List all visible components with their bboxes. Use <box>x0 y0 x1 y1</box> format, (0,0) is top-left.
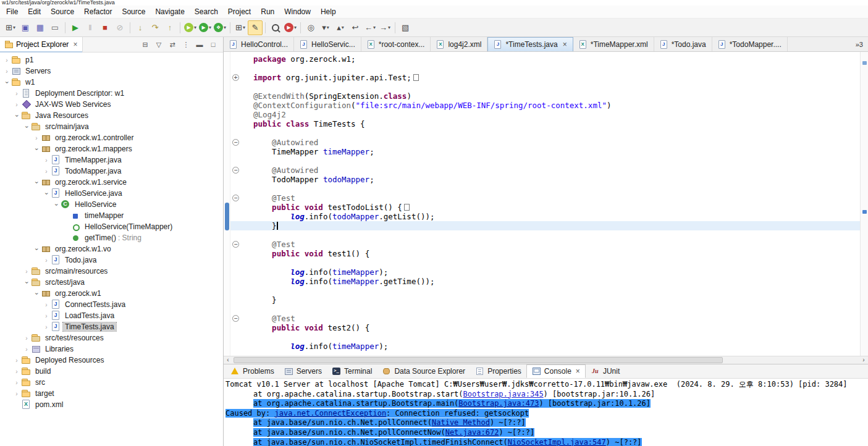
new-wizard-button[interactable]: ⊞▾ <box>3 20 18 35</box>
menu-search[interactable]: Search <box>190 6 223 17</box>
menu-edit[interactable]: Edit <box>23 6 46 17</box>
step-return-button[interactable]: ↑ <box>162 20 177 35</box>
editor-tab-timemapper-xml[interactable]: *TimeMapper.xml <box>573 37 654 51</box>
menu-source[interactable]: Source <box>117 6 150 17</box>
tree-item-libraries[interactable]: ›Libraries <box>0 343 223 355</box>
code-line[interactable]: − @Autowired <box>230 166 860 175</box>
menu-help[interactable]: Help <box>316 6 341 17</box>
code-line[interactable] <box>230 82 860 91</box>
collapse-icon[interactable]: − <box>230 314 241 323</box>
expander-icon[interactable]: › <box>14 111 20 120</box>
horizontal-scrollbar[interactable]: ‹ › <box>224 356 868 364</box>
code-line[interactable]: @ContextConfiguration("file:src/main/web… <box>230 101 860 110</box>
tree-item-jax-ws-web-services[interactable]: ›JAX-WS Web Services <box>0 99 223 110</box>
open-type-button[interactable]: ◎ <box>303 20 318 35</box>
menu-navigate[interactable]: Navigate <box>150 6 189 17</box>
editor-tab-hellocontrol[interactable]: HelloControl... <box>224 37 294 51</box>
code-line[interactable] <box>230 156 860 166</box>
code-line[interactable]: package org.zerock.w1; <box>230 54 860 64</box>
stacktrace-link[interactable]: Native Method <box>432 418 490 427</box>
tree-item-timemapper-java[interactable]: ›TimeMapper.java <box>0 154 223 166</box>
debug-suspend-button[interactable]: ‖ <box>83 20 98 35</box>
expander-icon[interactable]: › <box>33 289 40 298</box>
expander-icon[interactable]: › <box>32 135 41 141</box>
tree-item-gettime[interactable]: getTime() : String <box>0 232 223 243</box>
menu-refactor[interactable]: Refactor <box>79 6 117 17</box>
code-line[interactable] <box>230 230 860 240</box>
fold-minus-icon[interactable]: − <box>232 241 239 248</box>
tree-item-loadtests-java[interactable]: ›LoadTests.java <box>0 310 223 321</box>
code-line[interactable] <box>230 184 860 193</box>
tree-item-org-zerock-w1-mappers[interactable]: ›org.zerock.w1.mappers <box>0 143 223 154</box>
collapse-icon[interactable]: − <box>230 193 241 203</box>
tree-item-deployed-resources[interactable]: ›Deployed Resources <box>0 355 223 366</box>
code-line[interactable]: log.info(timeMapper); <box>230 267 860 277</box>
close-icon[interactable]: × <box>73 40 77 49</box>
expander-icon[interactable]: › <box>33 178 40 187</box>
close-icon[interactable]: × <box>563 40 567 49</box>
expander-icon[interactable]: › <box>22 335 31 342</box>
tree-item-w1[interactable]: ›w1 <box>0 77 223 88</box>
forward-button[interactable]: →▾ <box>377 20 392 35</box>
expander-icon[interactable]: › <box>12 390 21 397</box>
code-area[interactable]: package org.zerock.w1;+import org.junit.… <box>230 52 860 356</box>
expand-icon[interactable]: + <box>230 73 241 82</box>
expander-icon[interactable]: › <box>42 313 51 319</box>
fold-plus-icon[interactable]: + <box>232 74 239 81</box>
expander-icon[interactable]: › <box>42 324 51 330</box>
last-edit-location-button[interactable]: ↩ <box>348 20 363 35</box>
maximize-icon[interactable]: □ <box>208 41 218 49</box>
expander-icon[interactable]: › <box>33 145 40 153</box>
close-icon[interactable]: × <box>576 367 580 376</box>
filters-icon[interactable]: ▽ <box>154 41 164 49</box>
menu-project[interactable]: Project <box>223 6 256 17</box>
code-line[interactable]: log.info(timeMapper.getTime()); <box>230 277 860 286</box>
tree-item-p1[interactable]: ›p1 <box>0 54 223 65</box>
debug-button[interactable]: ❖▾ <box>213 20 227 35</box>
collapse-icon[interactable]: − <box>230 166 241 175</box>
tab-data-source-explorer[interactable]: Data Source Explorer <box>377 364 470 378</box>
expander-icon[interactable]: › <box>12 101 21 108</box>
code-line[interactable]: } <box>230 295 860 305</box>
tree-item-org-zerock-w1-controller[interactable]: ›org.zerock.w1.controller <box>0 132 223 143</box>
expander-icon[interactable]: › <box>53 200 60 209</box>
code-line[interactable]: log.info(timeMapper); <box>230 342 860 351</box>
code-line[interactable]: − @Test <box>230 193 860 203</box>
tab-junit[interactable]: JUnit <box>586 364 625 378</box>
tree-item-build[interactable]: ›build <box>0 366 223 377</box>
print-button[interactable]: ▭ <box>48 20 62 35</box>
expander-icon[interactable]: › <box>2 57 11 64</box>
tab-overflow-button[interactable]: »3 <box>851 37 868 51</box>
collapse-all-icon[interactable]: ⊟ <box>140 41 150 49</box>
stacktrace-link[interactable]: NioSocketImpl.java:547 <box>508 438 606 446</box>
code-line[interactable] <box>230 64 860 73</box>
minimize-icon[interactable]: ▬ <box>195 41 204 49</box>
menu-source[interactable]: Source <box>46 6 79 17</box>
expander-icon[interactable]: › <box>22 346 31 353</box>
tab-problems[interactable]: Problems <box>225 364 279 378</box>
expander-icon[interactable]: › <box>23 278 30 287</box>
save-all-button[interactable]: ▦ <box>33 20 48 35</box>
editor-tab-timetests-java[interactable]: *TimeTests.java× <box>487 37 573 51</box>
stacktrace-link[interactable]: Net.java:672 <box>445 428 499 437</box>
stacktrace-link[interactable]: Bootstrap.java:345 <box>463 390 544 398</box>
tree-item-target[interactable]: ›target <box>0 388 223 399</box>
menu-window[interactable]: Window <box>279 6 316 17</box>
tab-terminal[interactable]: Terminal <box>327 364 377 378</box>
tree-item-pom-xml[interactable]: pom.xml <box>0 399 223 410</box>
code-line[interactable]: +import org.junit.jupiter.api.Test; <box>230 73 860 82</box>
fold-minus-icon[interactable]: − <box>232 167 239 174</box>
editor-tab-root-contex[interactable]: *root-contex... <box>361 37 431 51</box>
code-line[interactable] <box>230 258 860 267</box>
stacktrace-link[interactable]: Bootstrap.java:473 <box>458 399 539 408</box>
debug-resume-button[interactable]: ▶ <box>68 20 83 35</box>
code-line[interactable]: log.info(todoMapper.getList()); <box>230 212 860 221</box>
coverage-button[interactable]: ▶▾ <box>183 20 198 35</box>
stacktrace-link[interactable]: java.net.ConnectException <box>274 409 386 418</box>
tree-item-helloservice-java[interactable]: ›HelloService.java <box>0 188 223 199</box>
scroll-right-arrow[interactable]: › <box>859 356 868 364</box>
open-perspective-button[interactable]: ▧ <box>398 20 413 35</box>
tab-properties[interactable]: Properties <box>470 364 526 378</box>
tree-item-todomapper-java[interactable]: ›TodoMapper.java <box>0 166 223 177</box>
fold-minus-icon[interactable]: − <box>232 195 239 201</box>
